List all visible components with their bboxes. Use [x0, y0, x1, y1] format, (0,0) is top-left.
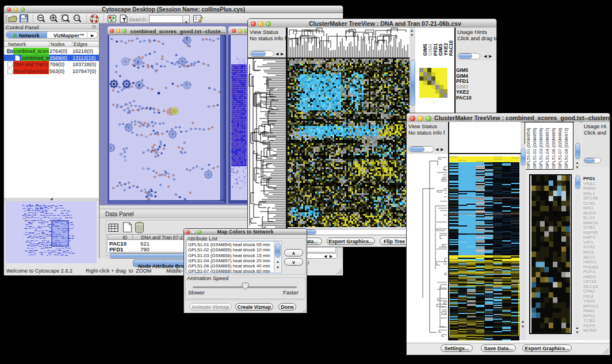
svg-text:1:1: 1:1 [75, 16, 79, 20]
